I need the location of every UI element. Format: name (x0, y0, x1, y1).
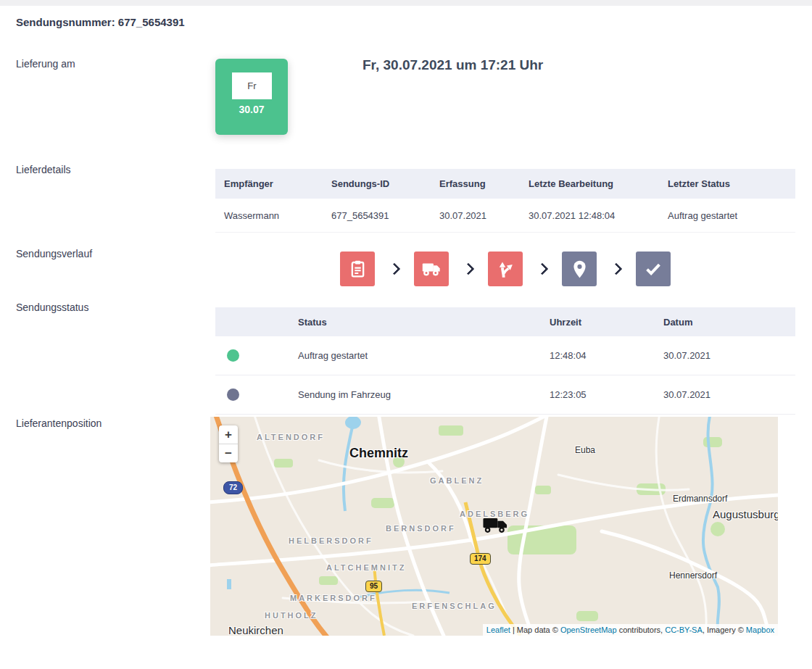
leaflet-link[interactable]: Leaflet (486, 626, 510, 634)
details-header-shipment-id: Sendungs-ID (323, 178, 431, 189)
road-badge: 95 (365, 581, 382, 592)
map-section-label: Lieferantenposition (16, 417, 102, 429)
details-last-edit: 30.07.2021 12:48:04 (520, 210, 659, 221)
details-row: Wassermann 677_5654391 30.07.2021 30.07.… (215, 199, 795, 233)
status-date: 30.07.2021 (663, 350, 795, 361)
attribution-text: , Imagery © (703, 626, 746, 634)
status-section-label: Sendungsstatus (16, 302, 88, 313)
details-header-last-edit: Letzte Bearbeitung (520, 178, 659, 189)
progress-step-delivery-location (562, 252, 597, 286)
status-dot-cell (215, 349, 298, 362)
clipboard-icon (348, 259, 368, 279)
motorway-badge: 72 (223, 481, 243, 494)
status-header-date: Datum (663, 317, 795, 328)
details-header-row: Empfänger Sendungs-ID Erfassung Letzte B… (215, 169, 795, 199)
shipment-progress-row (215, 252, 795, 286)
status-dot-cell (215, 388, 298, 401)
status-row: Sendung im Fahrzeug 12:23:05 30.07.2021 (215, 375, 795, 415)
progress-step-order (340, 252, 375, 286)
chevron-right-icon (610, 263, 623, 275)
status-dot-green (227, 349, 239, 362)
check-icon (643, 259, 663, 279)
district-label: ALTENDORF (257, 433, 325, 441)
town-label: Euba (575, 445, 595, 455)
district-label: BERNSDORF (386, 524, 456, 533)
delivery-datetime: Fr, 30.07.2021 um 17:21 Uhr (362, 57, 543, 73)
district-label: GABLENZ (430, 476, 484, 485)
town-label: Erdmannsdorf (673, 494, 727, 504)
delivery-date-card: Fr 30.07 (215, 59, 288, 135)
district-label: MARKERSDORF (290, 594, 377, 602)
map-attribution: Leaflet | Map data © OpenStreetMap contr… (483, 624, 778, 636)
top-strip (0, 0, 812, 6)
status-header-time: Uhrzeit (550, 317, 663, 328)
status-table: Status Uhrzeit Datum Auftrag gestartet 1… (215, 307, 795, 415)
status-text: Auftrag gestartet (298, 350, 550, 361)
directions-icon (496, 259, 515, 279)
zoom-out-button[interactable]: − (219, 444, 238, 462)
town-label: Augustusburg (713, 508, 778, 520)
mapbox-link[interactable]: Mapbox (746, 626, 774, 634)
chevron-right-icon (389, 263, 401, 275)
district-label: ALTCHEMNITZ (326, 563, 406, 572)
town-label: Neukirchen (228, 624, 283, 636)
delivery-section-label: Lieferung am (16, 58, 75, 70)
calendar-weekday: Fr (247, 80, 256, 91)
details-header-recorded: Erfassung (431, 178, 520, 189)
map-marker-icon (570, 259, 589, 279)
status-date: 30.07.2021 (663, 389, 795, 400)
truck-marker-icon[interactable] (483, 515, 508, 535)
attribution-text: contributors, (617, 626, 666, 634)
attribution-text: | Map data © (510, 626, 560, 634)
status-header-status: Status (298, 317, 550, 328)
openstreetmap-link[interactable]: OpenStreetMap (560, 626, 617, 634)
status-row: Auftrag gestartet 12:48:04 30.07.2021 (215, 336, 795, 375)
status-time: 12:23:05 (550, 389, 663, 400)
details-shipment-id: 677_5654391 (323, 210, 431, 221)
progress-section-label: Sendungsverlauf (16, 248, 92, 259)
zoom-in-button[interactable]: + (219, 425, 238, 444)
license-link[interactable]: CC-BY-SA (665, 626, 703, 634)
details-recipient: Wassermann (215, 210, 323, 221)
district-label: HELBERSDORF (289, 536, 373, 545)
details-header-last-status: Letzter Status (659, 178, 795, 189)
supplier-position-map[interactable]: ALTENDORF Chemnitz GABLENZ ADELSBERG BER… (210, 417, 778, 636)
details-header-recipient: Empfänger (215, 178, 323, 189)
progress-step-delivered (636, 252, 671, 286)
status-time: 12:48:04 (550, 350, 663, 361)
road-badge: 174 (470, 553, 491, 565)
calendar-date: 30.07 (215, 104, 288, 115)
calendar-weekday-box: Fr (232, 72, 272, 99)
map-zoom-control: + − (219, 425, 238, 462)
details-recorded: 30.07.2021 (431, 210, 520, 221)
chevron-right-icon (536, 263, 549, 275)
city-label: Chemnitz (349, 446, 408, 461)
chevron-right-icon (463, 263, 475, 275)
status-dot-gray (227, 388, 239, 401)
page-title: Sendungsnummer: 677_5654391 (16, 16, 185, 28)
district-label: HUTHOLZ (265, 611, 318, 620)
status-text: Sendung im Fahrzeug (298, 389, 550, 400)
details-section-label: Lieferdetails (16, 164, 71, 175)
details-last-status: Auftrag gestartet (659, 210, 795, 221)
status-header-row: Status Uhrzeit Datum (215, 307, 795, 336)
details-table: Empfänger Sendungs-ID Erfassung Letzte B… (215, 169, 795, 233)
district-label: ERFENSCHLAG (412, 602, 497, 610)
truck-icon (421, 259, 442, 279)
town-label: Hennersdorf (669, 570, 717, 581)
progress-step-in-vehicle (414, 252, 449, 286)
progress-step-on-route (488, 252, 523, 286)
